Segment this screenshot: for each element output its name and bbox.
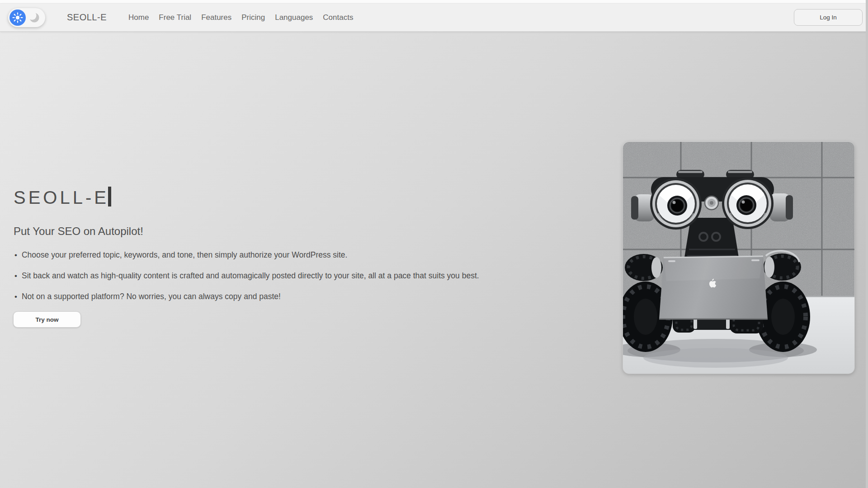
- top-strip: [0, 0, 868, 4]
- dark-mode-button[interactable]: [26, 9, 42, 26]
- theme-toggle[interactable]: [8, 8, 45, 27]
- nav-item-languages[interactable]: Languages: [275, 13, 313, 22]
- try-now-button[interactable]: Try now: [13, 311, 81, 328]
- sun-icon: [12, 12, 23, 23]
- main-nav: Home Free Trial Features Pricing Languag…: [107, 13, 353, 22]
- typing-caret: [108, 187, 111, 206]
- nav-item-features[interactable]: Features: [201, 13, 231, 22]
- moon-icon: [27, 11, 41, 24]
- robot-photo: [623, 142, 854, 374]
- nav-item-home[interactable]: Home: [128, 13, 149, 22]
- hero-subtitle: Put Your SEO on Autopilot!: [14, 225, 143, 238]
- landing-page: SEOLL-E Home Free Trial Features Pricing…: [0, 0, 868, 488]
- feature-item: Choose your preferred topic, keywords, a…: [14, 249, 479, 261]
- robot-illustration: [623, 142, 854, 374]
- navbar: SEOLL-E Home Free Trial Features Pricing…: [0, 4, 868, 32]
- feature-list: Choose your preferred topic, keywords, a…: [14, 249, 479, 311]
- light-mode-button[interactable]: [9, 9, 26, 26]
- nav-item-pricing[interactable]: Pricing: [241, 13, 265, 22]
- login-button[interactable]: Log In: [794, 9, 863, 26]
- scrollbar[interactable]: [866, 0, 868, 488]
- robot-left-eye: [650, 178, 702, 230]
- feature-item: Not on a supported platform? No worries,…: [14, 291, 479, 303]
- brand-logo[interactable]: SEOLL-E: [67, 12, 107, 23]
- feature-item: Sit back and watch as high-quality conte…: [14, 270, 479, 282]
- nav-item-free-trial[interactable]: Free Trial: [159, 13, 191, 22]
- nav-item-contacts[interactable]: Contacts: [323, 13, 353, 22]
- robot-right-eye: [722, 178, 774, 229]
- page-title: SEOLL-E: [14, 187, 111, 208]
